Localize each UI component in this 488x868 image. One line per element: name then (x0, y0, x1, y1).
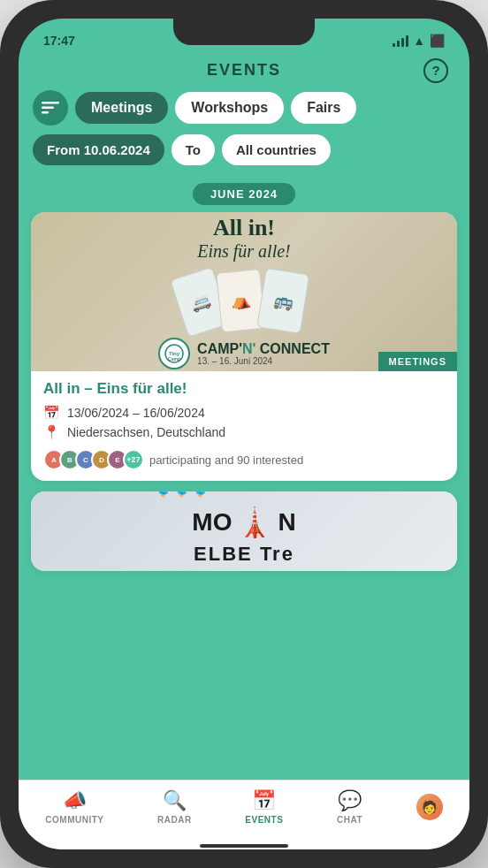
filter-area: Meetings Workshops Fairs From 10.06.2024… (19, 90, 469, 172)
event-location-row: 📍 Niedersachsen, Deutschland (43, 424, 445, 440)
event-card-1[interactable]: All in! Eins für alle! 🚐 (31, 212, 457, 481)
events-icon: 📅 (252, 789, 276, 812)
lighthouse-icon: 🗼 (237, 506, 272, 539)
elbe-text: ELBE Tre (194, 543, 294, 566)
nav-chat[interactable]: 💬 CHAT (337, 789, 362, 825)
notch (173, 19, 315, 45)
event-date-range: 13/06/2024 – 16/06/2024 (67, 406, 205, 420)
chat-icon: 💬 (338, 789, 362, 812)
wifi-icon: ▲ (413, 34, 425, 48)
event-title-1: All in – Eins für alle! (43, 380, 445, 398)
event-date-row: 📅 13/06/2024 – 16/06/2024 (43, 405, 445, 421)
moin-text-n: N (278, 508, 295, 537)
signal-icon (393, 34, 408, 47)
phone-screen: 17:47 ▲ ⬛ EVENTS ? (19, 19, 469, 849)
page-title: EVENTS (207, 61, 281, 80)
location-icon: 📍 (43, 424, 60, 440)
month-badge: JUNE 2024 (193, 183, 295, 205)
event-meta-1: 📅 13/06/2024 – 16/06/2024 📍 Niedersachse… (43, 405, 445, 440)
events-list: All in! Eins für alle! 🚐 (19, 212, 469, 780)
filter-row-2: From 10.06.2024 To All countries (33, 134, 455, 165)
svg-text:Camp: Camp (168, 356, 180, 362)
event-card-2[interactable]: 🐦 🐦 🐦 MO 🗼 N ELBE Tre (31, 491, 457, 571)
status-icons: ▲ ⬛ (393, 34, 445, 48)
date-to-chip[interactable]: To (172, 134, 215, 165)
birds-icon: 🐦 🐦 🐦 (156, 491, 209, 498)
avatar-stack: A B C D E +27 (43, 449, 144, 470)
home-bar (200, 844, 288, 848)
handwriting-line1: All in! (213, 215, 275, 240)
bottom-nav: 📣 COMMUNITY 🔍 RADAR 📅 EVENTS 💬 CHAT 🧑 (19, 780, 469, 839)
meetings-badge: MEETINGS (378, 352, 457, 371)
camp-circle-logo: Tiny Camp (158, 338, 190, 369)
nav-community[interactable]: 📣 COMMUNITY (45, 789, 103, 825)
home-indicator (19, 839, 469, 849)
event-image-1: All in! Eins für alle! 🚐 (31, 212, 457, 371)
camp-name: CAMP'N' CONNECT (197, 341, 330, 357)
filter-row-1: Meetings Workshops Fairs (33, 90, 455, 126)
nav-label-radar: RADAR (157, 815, 192, 825)
profile-avatar: 🧑 (416, 794, 443, 820)
phone-frame: 17:47 ▲ ⬛ EVENTS ? (0, 0, 488, 868)
nav-label-community: COMMUNITY (45, 815, 103, 825)
filter-icon-button[interactable] (33, 90, 68, 126)
country-chip[interactable]: All countries (222, 134, 331, 165)
moin-text: MO (192, 508, 232, 537)
tab-fairs[interactable]: Fairs (291, 92, 356, 124)
radar-icon: 🔍 (163, 789, 187, 812)
nav-profile[interactable]: 🧑 (416, 794, 443, 820)
svg-rect-0 (42, 102, 59, 104)
event-location: Niedersachsen, Deutschland (67, 425, 225, 439)
participants-row: A B C D E +27 participating and 90 inter… (43, 449, 445, 470)
handwriting-line2: Eins für alle! (197, 241, 291, 261)
svg-rect-2 (42, 111, 49, 114)
filter-icon (42, 102, 59, 114)
nav-radar[interactable]: 🔍 RADAR (157, 789, 192, 825)
svg-rect-1 (42, 107, 54, 110)
time-display: 17:47 (43, 34, 75, 48)
help-button[interactable]: ? (423, 58, 448, 83)
avatar-plus: +27 (123, 449, 144, 470)
tab-workshops[interactable]: Workshops (175, 92, 284, 124)
participants-text: participating and 90 interested (149, 453, 303, 467)
date-from-chip[interactable]: From 10.06.2024 (33, 134, 164, 165)
page-header: EVENTS ? (19, 57, 469, 90)
camp-date-small: 13. – 16. Juni 2024 (197, 356, 330, 366)
event-image-2: 🐦 🐦 🐦 MO 🗼 N ELBE Tre (31, 491, 457, 571)
calendar-icon: 📅 (43, 405, 60, 421)
community-icon: 📣 (63, 789, 87, 812)
nav-label-chat: CHAT (337, 815, 362, 825)
nav-label-events: EVENTS (245, 815, 283, 825)
nav-events[interactable]: 📅 EVENTS (245, 789, 283, 825)
event-info-1: All in – Eins für alle! 📅 13/06/2024 – 1… (31, 371, 457, 481)
month-section: JUNE 2024 (19, 172, 469, 212)
battery-icon: ⬛ (430, 34, 445, 48)
tab-meetings[interactable]: Meetings (75, 92, 168, 124)
